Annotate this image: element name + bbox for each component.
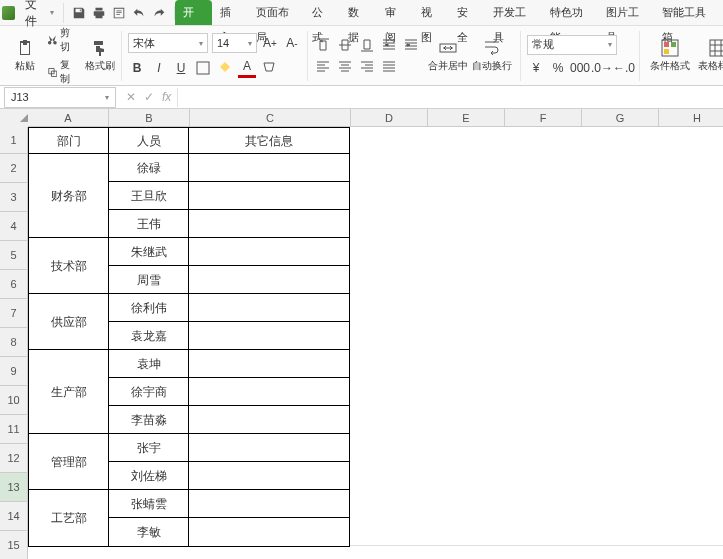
cell[interactable] [576,153,653,182]
cell[interactable] [652,209,723,238]
person-cell[interactable]: 张蜻雲 [108,489,190,519]
redo-icon[interactable] [152,6,166,20]
row-header-2[interactable]: 2 [0,154,28,183]
tab-开发工具[interactable]: 开发工具 [485,0,541,25]
column-header-F[interactable]: F [505,109,582,127]
cell[interactable] [652,181,723,210]
cell[interactable] [424,209,501,238]
row-header-6[interactable]: 6 [0,270,28,299]
fill-color-button[interactable] [216,59,234,77]
other-cell[interactable] [188,489,350,519]
cell-style-button[interactable]: 表格样式 [694,39,723,73]
preview-icon[interactable] [112,6,126,20]
other-cell[interactable] [188,293,350,323]
row-header-5[interactable]: 5 [0,241,28,270]
cell[interactable] [652,377,723,406]
cell[interactable] [576,237,653,266]
other-cell[interactable] [188,265,350,295]
align-bottom-icon[interactable] [358,36,376,54]
row-header-1[interactable]: 1 [0,127,28,154]
cell[interactable] [424,517,501,546]
cell[interactable] [500,127,577,154]
dept-cell[interactable]: 供应部 [28,293,110,351]
person-cell[interactable]: 李敏 [108,517,190,547]
cell[interactable] [652,489,723,518]
cell[interactable] [348,209,425,238]
cell[interactable] [348,489,425,518]
dept-cell[interactable]: 财务部 [28,153,110,239]
dept-cell[interactable]: 管理部 [28,433,110,491]
cell[interactable] [500,181,577,210]
merge-center-button[interactable]: 合并居中 [426,39,470,73]
cell[interactable] [424,321,501,350]
decrease-font-icon[interactable]: A- [283,34,301,52]
tab-图片工具[interactable]: 图片工具 [598,0,654,25]
cell[interactable] [652,349,723,378]
cell[interactable] [576,405,653,434]
align-right-icon[interactable] [358,58,376,76]
other-cell[interactable] [188,377,350,407]
other-cell[interactable] [188,461,350,491]
other-cell[interactable] [188,181,350,211]
align-center-icon[interactable] [336,58,354,76]
column-header-G[interactable]: G [582,109,659,127]
column-header-H[interactable]: H [659,109,723,127]
save-icon[interactable] [72,6,86,20]
row-header-12[interactable]: 12 [0,444,28,473]
cell[interactable] [652,153,723,182]
wrap-text-button[interactable]: 自动换行 [470,39,514,73]
person-cell[interactable]: 周雪 [108,265,190,295]
tab-视图[interactable]: 视图 [413,0,449,25]
dept-cell[interactable]: 生产部 [28,349,110,435]
formula-bar[interactable] [177,88,723,107]
cell[interactable] [500,153,577,182]
cell[interactable] [576,461,653,490]
row-header-15[interactable]: 15 [0,531,28,559]
dept-cell[interactable]: 工艺部 [28,489,110,547]
border-button[interactable] [194,59,212,77]
other-cell[interactable] [188,405,350,435]
cell[interactable] [348,265,425,294]
tab-智能工具箱[interactable]: 智能工具箱 [654,0,721,25]
tab-审阅[interactable]: 审阅 [377,0,413,25]
cell[interactable] [424,265,501,294]
font-size-select[interactable]: 14▾ [212,33,257,53]
cell[interactable] [500,405,577,434]
tab-页面布局[interactable]: 页面布局 [248,0,304,25]
align-middle-icon[interactable] [336,36,354,54]
italic-button[interactable]: I [150,59,168,77]
tab-插入[interactable]: 插入 [212,0,248,25]
cell[interactable] [424,377,501,406]
tab-安全[interactable]: 安全 [449,0,485,25]
column-header-D[interactable]: D [351,109,428,127]
cell[interactable] [348,321,425,350]
align-left-icon[interactable] [314,58,332,76]
cell[interactable] [500,265,577,294]
other-cell[interactable] [188,153,350,183]
cell[interactable] [576,265,653,294]
person-cell[interactable]: 李苗淼 [108,405,190,435]
person-cell[interactable]: 徐宇商 [108,377,190,407]
other-cell[interactable] [188,433,350,463]
underline-button[interactable]: U [172,59,190,77]
person-cell[interactable]: 刘佐梯 [108,461,190,491]
paste-button[interactable]: 粘贴 [10,39,41,73]
cell[interactable] [576,489,653,518]
header-person[interactable]: 人员 [108,127,190,155]
cell[interactable] [424,127,501,154]
dept-cell[interactable]: 技术部 [28,237,110,295]
person-cell[interactable]: 王旦欣 [108,181,190,211]
conditional-format-button[interactable]: 条件格式 [646,39,694,73]
cell[interactable] [348,405,425,434]
column-header-B[interactable]: B [109,109,190,127]
tab-特色功能[interactable]: 特色功能 [542,0,598,25]
row-header-14[interactable]: 14 [0,502,28,531]
other-cell[interactable] [188,209,350,239]
cell[interactable] [652,127,723,154]
column-header-C[interactable]: C [190,109,351,127]
person-cell[interactable]: 徐利伟 [108,293,190,323]
cell[interactable] [500,321,577,350]
cell[interactable] [424,293,501,322]
person-cell[interactable]: 王伟 [108,209,190,239]
fx-icon[interactable]: fx [162,90,171,104]
